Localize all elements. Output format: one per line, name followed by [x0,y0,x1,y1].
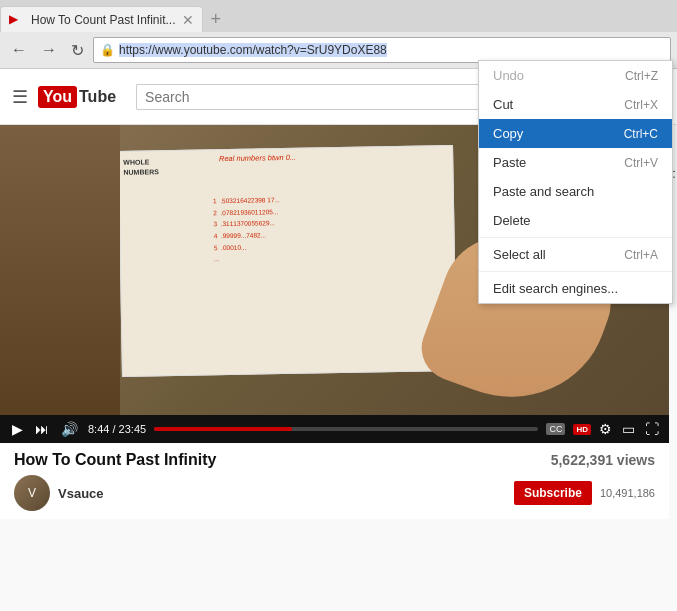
context-menu: Undo Ctrl+Z Cut Ctrl+X Copy Ctrl+C Paste… [478,60,673,304]
avatar-image: V [14,475,50,511]
video-title: How To Count Past Infinity [14,451,216,469]
context-menu-edit-search-engines[interactable]: Edit search engines... [479,274,672,303]
context-menu-delete[interactable]: Delete [479,206,672,235]
skip-button[interactable]: ⏭ [33,421,51,437]
tab-favicon: ▶ [9,12,25,28]
back-button[interactable]: ← [6,39,32,61]
hd-badge: HD [573,424,591,435]
shortcut-select-all: Ctrl+A [624,248,658,262]
tab-close-button[interactable]: ✕ [182,12,194,28]
play-button[interactable]: ▶ [10,421,25,437]
paper-numbers: 1 .503216422398 17... 2 .07821936011205.… [213,194,281,265]
tab-title: How To Count Past Infinit... [31,13,176,27]
channel-row: V Vsauce Subscribe 10,491,186 [14,475,655,511]
context-menu-copy[interactable]: Copy Ctrl+C [479,119,672,148]
shortcut-cut: Ctrl+X [624,98,658,112]
bg-left [0,125,120,415]
lock-icon: 🔒 [100,43,115,57]
theater-button[interactable]: ▭ [620,421,637,437]
menu-item-label-copy: Copy [493,126,523,141]
new-tab-button[interactable]: + [203,6,230,32]
logo-tube: Tube [79,88,116,106]
menu-item-label-edit-search: Edit search engines... [493,281,618,296]
subscriber-count: 10,491,186 [600,487,655,499]
channel-avatar[interactable]: V [14,475,50,511]
settings-button[interactable]: ⚙ [599,421,612,437]
search-box: 🔍 [136,84,536,110]
subscribe-button[interactable]: Subscribe [514,481,592,505]
menu-item-label-cut: Cut [493,97,513,112]
paper-whole-numbers: WHOLE NUMBERS [124,157,160,177]
youtube-logo[interactable]: YouTube [38,86,116,108]
paper-label: Real numbers btwn 0... [219,153,296,163]
context-menu-select-all[interactable]: Select all Ctrl+A [479,240,672,269]
shortcut-paste: Ctrl+V [624,156,658,170]
menu-divider-2 [479,271,672,272]
channel-name[interactable]: Vsauce [58,486,506,501]
shortcut-undo: Ctrl+Z [625,69,658,83]
cc-button[interactable]: CC [546,423,565,435]
context-menu-cut[interactable]: Cut Ctrl+X [479,90,672,119]
video-title-row: How To Count Past Infinity 5,622,391 vie… [14,451,655,469]
menu-item-label-paste: Paste [493,155,526,170]
url-text: https://www.youtube.com/watch?v=SrU9YDoX… [119,43,664,57]
time-display: 8:44 / 23:45 [88,423,146,435]
progress-bar[interactable] [154,427,538,431]
context-menu-paste[interactable]: Paste Ctrl+V [479,148,672,177]
video-info: How To Count Past Infinity 5,622,391 vie… [0,443,669,519]
fullscreen-button[interactable]: ⛶ [645,421,659,437]
context-menu-undo[interactable]: Undo Ctrl+Z [479,61,672,90]
menu-item-label-undo: Undo [493,68,524,83]
channel-info: Vsauce [58,486,506,501]
menu-item-label-select-all: Select all [493,247,546,262]
tab-bar: ▶ How To Count Past Infinit... ✕ + [0,0,677,32]
active-tab[interactable]: ▶ How To Count Past Infinit... ✕ [0,6,203,32]
refresh-button[interactable]: ↻ [66,39,89,62]
menu-divider [479,237,672,238]
progress-fill [154,427,292,431]
menu-item-label-delete: Delete [493,213,531,228]
context-menu-paste-search[interactable]: Paste and search [479,177,672,206]
hamburger-menu-icon[interactable]: ☰ [12,86,28,108]
logo-you: You [38,86,77,108]
video-controls: ▶ ⏭ 🔊 8:44 / 23:45 CC HD ⚙ ▭ ⛶ [0,415,669,443]
menu-item-label-paste-search: Paste and search [493,184,594,199]
shortcut-copy: Ctrl+C [624,127,658,141]
url-highlight: https://www.youtube.com/watch?v=SrU9YDoX… [119,43,387,57]
browser-chrome: ▶ How To Count Past Infinit... ✕ + ← → ↻… [0,0,677,69]
forward-button[interactable]: → [36,39,62,61]
search-input[interactable] [136,84,493,110]
volume-button[interactable]: 🔊 [59,421,80,437]
view-count: 5,622,391 views [551,452,655,468]
